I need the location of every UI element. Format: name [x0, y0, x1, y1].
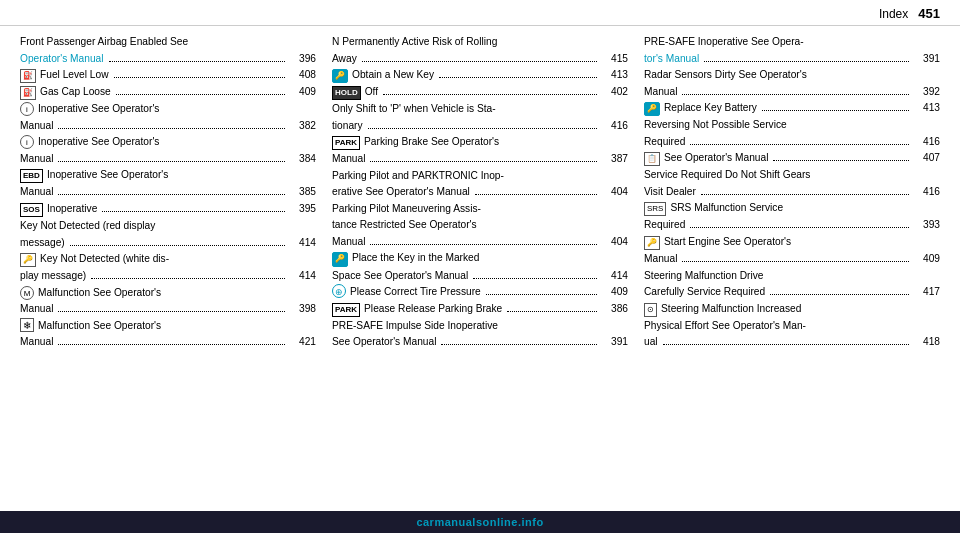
entry-text: tionary — [332, 118, 363, 134]
entry-malfunction-2: ❄ Malfunction See Operator's — [20, 318, 316, 334]
column-1: Front Passenger Airbag Enabled See Opera… — [20, 34, 324, 351]
entry-text: Place the Key in the Marked — [352, 250, 479, 266]
page-num: 404 — [602, 234, 628, 250]
entry-only-shift: Only Shift to 'P' when Vehicle is Sta- — [332, 101, 628, 117]
page-num: 382 — [290, 118, 316, 134]
entry-text: Radar Sensors Dirty See Operator's — [644, 67, 807, 83]
entry-text: See Operator's Manual — [332, 334, 436, 350]
entry-parking-maneuver: Parking Pilot Maneuvering Assis- — [332, 201, 628, 217]
entry-inop-2: i Inoperative See Operator's — [20, 134, 316, 150]
dots — [58, 344, 285, 345]
entry-physical-effort: Physical Effort See Operator's Man- — [644, 318, 940, 334]
entry-text: Visit Dealer — [644, 184, 696, 200]
header-bar: Index 451 — [0, 0, 960, 26]
entry-text: Manual — [20, 118, 53, 134]
page-num: 421 — [290, 334, 316, 350]
page-container: Index 451 Front Passenger Airbag Enabled… — [0, 0, 960, 533]
entry-manual-409: Manual 409 — [644, 251, 940, 267]
circle-i2-icon: i — [20, 135, 34, 149]
entry-text: Inoperative See Operator's — [38, 134, 159, 150]
entry-obtain-key: 🔑 Obtain a New Key 413 — [332, 67, 628, 83]
page-num: 404 — [602, 184, 628, 200]
footer-site: carmanualsonline.info — [416, 516, 543, 528]
entry-operators-manual-1: Operator's Manual 396 — [20, 51, 316, 67]
dots — [116, 94, 285, 95]
entry-text: Service Required Do Not Shift Gears — [644, 167, 810, 183]
entry-tionary: tionary 416 — [332, 118, 628, 134]
ebd-icon: EBD — [20, 169, 43, 183]
dots — [70, 245, 285, 246]
entry-text: Manual — [644, 84, 677, 100]
entry-key-not-detected-red: Key Not Detected (red display — [20, 218, 316, 234]
entry-place-key: 🔑 Place the Key in the Marked — [332, 250, 628, 266]
dots — [102, 211, 285, 212]
entry-text: tor's Manual — [644, 51, 699, 67]
dots — [704, 61, 909, 62]
page-num: 391 — [914, 51, 940, 67]
entry-text: Please Release Parking Brake — [364, 301, 502, 317]
entry-text: Malfunction See Operator's — [38, 318, 161, 334]
key-white-icon: 🔑 — [20, 253, 36, 267]
entry-reversing-not-possible: Reversing Not Possible Service — [644, 117, 940, 133]
page-num: 393 — [914, 217, 940, 233]
entry-sos: SOS Inoperative 395 — [20, 201, 316, 217]
entry-manual-404b: Manual 404 — [332, 234, 628, 250]
page-num: 416 — [914, 184, 940, 200]
entry-text: Operator's Manual — [20, 51, 104, 67]
entry-text: erative See Operator's Manual — [332, 184, 470, 200]
entry-text: Inoperative — [47, 201, 97, 217]
fuel-icon: ⛽ — [20, 69, 36, 83]
entry-away: Away 415 — [332, 51, 628, 67]
steering-icon: ⊙ — [644, 303, 657, 317]
dots — [58, 194, 285, 195]
entry-visit-dealer: Visit Dealer 416 — [644, 184, 940, 200]
entry-white-message: play message) 414 — [20, 268, 316, 284]
entry-text: PRE-SAFE Impulse Side Inoperative — [332, 318, 498, 334]
dots — [486, 294, 597, 295]
entry-text: Inoperative See Operator's — [47, 167, 168, 183]
dots — [475, 194, 597, 195]
entry-erative: erative See Operator's Manual 404 — [332, 184, 628, 200]
entry-text: Gas Cap Loose — [40, 84, 111, 100]
page-num: 409 — [914, 251, 940, 267]
page-num: 414 — [290, 268, 316, 284]
page-num: 416 — [602, 118, 628, 134]
page-num: 413 — [602, 67, 628, 83]
entry-text: Manual — [332, 234, 365, 250]
gas-cap-icon: ⛽ — [20, 86, 36, 100]
entry-text: See Operator's Manual — [664, 150, 768, 166]
entry-text: Manual — [20, 184, 53, 200]
page-num: 418 — [914, 334, 940, 350]
entry-text: Please Correct Tire Pressure — [350, 284, 481, 300]
entry-manual-398: Manual 398 — [20, 301, 316, 317]
entry-text: Key Not Detected (red display — [20, 218, 155, 234]
dots — [773, 160, 909, 161]
entry-fuel-level: ⛽ Fuel Level Low 408 — [20, 67, 316, 83]
entry-text: Away — [332, 51, 357, 67]
dots — [91, 278, 285, 279]
page-num: 414 — [602, 268, 628, 284]
entry-text: Space See Operator's Manual — [332, 268, 468, 284]
see-op-icon: 📋 — [644, 152, 660, 166]
entry-text: Replace Key Battery — [664, 100, 757, 116]
entry-text: message) — [20, 235, 65, 251]
srs-icon: SRS — [644, 202, 666, 216]
key-cyan-icon: 🔑 — [332, 69, 348, 83]
entry-ual-418: ual 418 — [644, 334, 940, 350]
entry-malfunction-1: M Malfunction See Operator's — [20, 285, 316, 301]
entry-hold-off: HOLD Off 402 — [332, 84, 628, 100]
hold-icon: HOLD — [332, 86, 361, 100]
column-3: PRE-SAFE Inoperative See Opera- tor's Ma… — [636, 34, 940, 351]
entry-manual-387: Manual 387 — [332, 151, 628, 167]
dots — [682, 94, 909, 95]
entry-steering-increased: ⊙ Steering Malfunction Increased — [644, 301, 940, 317]
page-num: 414 — [290, 235, 316, 251]
entry-front-passenger: Front Passenger Airbag Enabled See — [20, 34, 316, 50]
page-num: 413 — [914, 100, 940, 116]
entry-manual-385: Manual 385 — [20, 184, 316, 200]
entry-radar-dirty: Radar Sensors Dirty See Operator's — [644, 67, 940, 83]
entry-tance-restricted: tance Restricted See Operator's — [332, 217, 628, 233]
page-num: 398 — [290, 301, 316, 317]
entry-text: Obtain a New Key — [352, 67, 434, 83]
park2-icon: PARK — [332, 303, 360, 317]
